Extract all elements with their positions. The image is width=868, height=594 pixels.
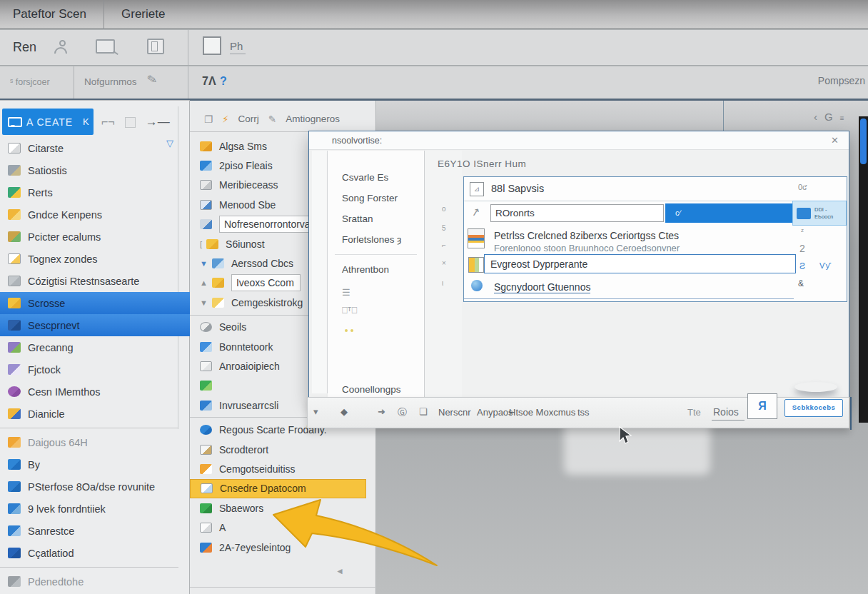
margin-glyph-1[interactable]: ᶻ — [801, 227, 804, 236]
sidebar-item-17[interactable]: 9 lvek fonrdntiiek — [0, 498, 190, 520]
comp-button[interactable]: Corrj — [238, 114, 259, 124]
document-icon[interactable]: ❏ — [419, 406, 428, 417]
evgreost-input[interactable] — [484, 254, 796, 273]
panel-item-21[interactable]: A — [190, 518, 376, 537]
nav-item-athrentbon[interactable]: Athrentbon — [328, 259, 424, 280]
forsjcoer-label[interactable]: ˢ forsjcoer — [10, 77, 50, 87]
nav-item-forletslones[interactable]: Forletslones ȝ — [328, 229, 424, 250]
ya-button[interactable]: Я — [747, 393, 777, 419]
dialog-title-bar[interactable]: nsoolvortise: ✕ — [309, 131, 849, 150]
status-word-1[interactable]: Nerscnr — [438, 407, 471, 418]
roios-field[interactable]: Roios — [712, 406, 745, 421]
sidebar-item-3[interactable]: Gndce Kenpens — [0, 203, 190, 226]
reply-icon[interactable]: ❐ — [204, 114, 213, 125]
dropdown-arrow-icon[interactable]: ▾ — [313, 406, 318, 417]
amtiogneros-button[interactable]: Amtiogneros — [286, 114, 340, 124]
diamond-icon[interactable]: ◆ — [340, 406, 348, 417]
forward-arrow-icon[interactable]: ➜ — [378, 406, 385, 417]
menu-icon[interactable]: ≡ — [840, 114, 852, 122]
circles-icon — [200, 322, 212, 332]
back-icon[interactable]: ‹ — [814, 111, 824, 123]
dot-icon — [8, 386, 21, 397]
ghost-square-icon[interactable] — [125, 117, 136, 128]
nav-item-song-forster[interactable]: Song Forster — [328, 188, 424, 208]
g-icon[interactable]: G — [824, 111, 840, 123]
right-scrollbar[interactable] — [860, 119, 867, 164]
margin-glyph-5[interactable]: & — [798, 278, 804, 288]
ribbon-row-2: ˢ forsjcoer Nofgurnmos ✎ 7Λ ? Pompsezn — [0, 66, 868, 100]
sidebar-item-10[interactable]: Fjctock — [0, 358, 190, 381]
margin-glyph-3[interactable]: Ƨ — [799, 261, 805, 271]
panel-bottom-line — [190, 587, 376, 588]
row3-line2: Forenlonoo stoon Bruunhoco Ceroedsonvner — [494, 243, 680, 253]
twisty-icon[interactable]: ▲ — [200, 278, 208, 287]
sidebar-item-12[interactable]: Dianicle — [0, 403, 190, 425]
margin-glyph-2[interactable]: 2 — [799, 243, 805, 254]
margin-glyph-0[interactable]: 0ʛ — [798, 183, 807, 191]
status-word-3[interactable]: Htsoe Moxcmus — [509, 407, 575, 418]
g-circle-icon[interactable]: Ⓖ — [398, 406, 407, 419]
sidebar-item-0[interactable]: Citarste — [0, 137, 190, 159]
sidebar-item-5[interactable]: Tognex zondes — [0, 248, 190, 270]
roronrts-input[interactable] — [490, 204, 664, 222]
sidebar-item-label: Sescprnevt — [28, 320, 80, 331]
sidebar-item-4[interactable]: Pcicter ecalums — [0, 226, 190, 248]
tab-perfor-scen[interactable]: Pateftor Scen — [0, 0, 99, 29]
sidebar-item-label: Satiostis — [28, 165, 67, 176]
sidebar-item-8[interactable]: Sescprnevt — [0, 314, 190, 336]
confirm-blue-button[interactable]: c∕ — [665, 203, 792, 223]
app-label: Ren — [13, 40, 36, 55]
sidebar-item-19[interactable]: Cçatlatiod — [0, 542, 190, 564]
nav-item-csvarle[interactable]: Csvarle Es — [328, 151, 424, 188]
sidebar-item-9[interactable]: Grecanng — [0, 336, 190, 358]
panel-item-17[interactable]: Scrodterort — [190, 440, 376, 459]
sidebar-item-2[interactable]: Rerts — [0, 181, 190, 203]
text-tool-icon[interactable]: 7Λ — [202, 75, 216, 88]
tab-crelete[interactable]: Greriete — [108, 0, 178, 29]
sidebar-item-label: Pdenedtohe — [28, 576, 84, 588]
sidebar-item-14[interactable]: Daigous 64H — [0, 431, 190, 453]
panel-item-20[interactable]: Sbaewors — [190, 498, 376, 518]
sidebar-item-6[interactable]: Cózigtisi Rtestnsasearte — [0, 270, 190, 292]
book-icon[interactable] — [147, 39, 164, 54]
twisty-icon[interactable]: ▼ — [200, 259, 208, 268]
nofgurnmos-label[interactable]: Nofgurnmos — [84, 76, 137, 87]
row3-line1[interactable]: Petrlss Crelcned 8ziberxs Ceriortgss Cte… — [494, 230, 679, 241]
signature-pen-icon[interactable]: ✎ — [146, 71, 158, 88]
sidebar-item-18[interactable]: Sanrestce — [0, 520, 190, 542]
panel-toolbar: ❐ ⚡ Corrj ✎ Amtiogneros — [190, 106, 375, 132]
pompsezn-label[interactable]: Pompsezn — [818, 75, 865, 86]
nav-item-srattan[interactable]: Srattan — [328, 208, 424, 229]
sidebar-item-11[interactable]: Cesn IMemthos — [0, 381, 190, 403]
panel-item-18[interactable]: Cemgotseiduitiss — [190, 459, 376, 478]
ddi-chip-button[interactable]: DDI -ЕЬооcn — [792, 201, 847, 226]
user-icon[interactable] — [54, 40, 70, 56]
monitor-icon[interactable] — [96, 39, 115, 54]
sidebar-item-15[interactable]: By — [0, 453, 190, 475]
ph-checkbox[interactable] — [203, 36, 221, 55]
panel-item-label: 2piso Fleais — [219, 160, 273, 171]
sidebar-item-16[interactable]: PSterfose 8Oa/dse rovunite — [0, 475, 190, 498]
sidebar-item-21[interactable]: Pdenedtohe — [0, 570, 190, 593]
status-word-4[interactable]: tss — [577, 407, 590, 418]
create-button[interactable]: A CEATE K — [2, 109, 94, 135]
panel-chevron-icon[interactable]: ◄ — [335, 566, 344, 576]
help-icon[interactable]: ? — [220, 75, 227, 88]
bolt-icon[interactable]: ⚡ — [222, 114, 228, 125]
submit-button[interactable]: Scbkkocebs — [784, 399, 843, 417]
dialog-close-icon[interactable]: ✕ — [831, 135, 839, 146]
status-word-2[interactable]: Anypaos — [477, 407, 513, 418]
panel-item-22[interactable]: 2A-7eyesleintog — [190, 538, 376, 557]
expand-arrow-icon[interactable]: →— — [146, 115, 170, 129]
sidebar-item-7[interactable]: Scrosse — [0, 292, 190, 314]
pen2-icon[interactable]: ✎ — [268, 114, 276, 125]
panel-item-19[interactable]: Cnsedre Dpatocom — [190, 479, 366, 498]
sgcnydoort-link[interactable]: Sgcnydoort Gtuennos — [494, 281, 590, 293]
twisty-icon[interactable]: ▼ — [200, 298, 208, 307]
twisty-icon[interactable]: [ — [200, 240, 202, 248]
margin-glyph-4[interactable]: Ѵƴ — [819, 261, 829, 270]
filter-icon[interactable]: ⌐¬ — [101, 116, 115, 129]
frame-icon[interactable]: ⎕ᵀ⎕ — [342, 305, 424, 316]
sidebar-item-1[interactable]: Satiostis — [0, 159, 190, 181]
stack-icon[interactable]: ☰ — [342, 287, 424, 298]
